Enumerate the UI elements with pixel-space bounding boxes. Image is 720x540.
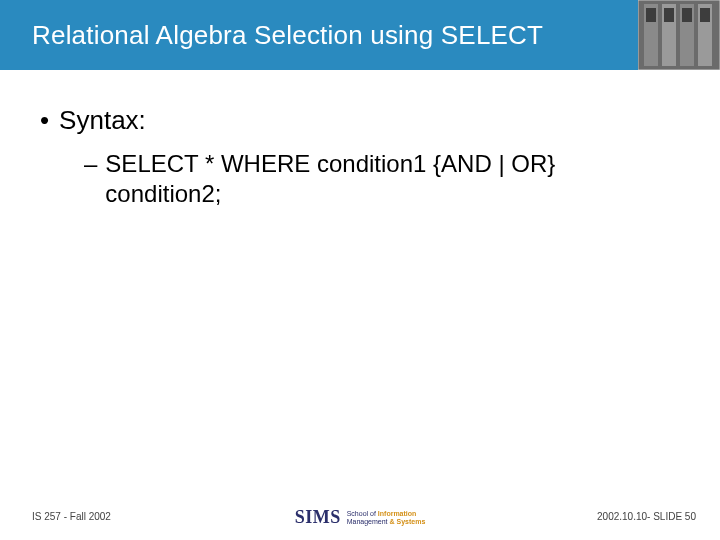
- footer-left: IS 257 - Fall 2002: [32, 511, 111, 522]
- svg-rect-6: [664, 8, 674, 22]
- bullet-level-1: • Syntax:: [40, 105, 680, 135]
- logo-line-1: School of Information: [347, 510, 426, 518]
- bullet-marker: –: [84, 149, 97, 179]
- logo-schoolof: School of: [347, 510, 378, 517]
- slide: Relational Algebra Selection using SELEC…: [0, 0, 720, 540]
- bullet-text: Syntax:: [59, 105, 146, 135]
- bullet-level-2: – SELECT * WHERE condition1 {AND | OR} c…: [84, 149, 680, 209]
- logo-management: Management: [347, 518, 390, 525]
- bullet-marker: •: [40, 105, 49, 135]
- svg-rect-8: [700, 8, 710, 22]
- slide-title: Relational Algebra Selection using SELEC…: [32, 20, 543, 51]
- svg-rect-7: [682, 8, 692, 22]
- logo-text-main: SIMS: [295, 507, 341, 528]
- logo-subtext: School of Information Management & Syste…: [347, 510, 426, 526]
- logo-systems: & Systems: [390, 518, 426, 525]
- logo-information: Information: [378, 510, 417, 517]
- content-area: • Syntax: – SELECT * WHERE condition1 {A…: [40, 105, 680, 209]
- logo-line-2: Management & Systems: [347, 518, 426, 526]
- footer-right: 2002.10.10- SLIDE 50: [597, 511, 696, 522]
- svg-rect-5: [646, 8, 656, 22]
- decor-image: [638, 0, 720, 70]
- bullet-text: SELECT * WHERE condition1 {AND | OR} con…: [105, 149, 665, 209]
- title-bar: Relational Algebra Selection using SELEC…: [0, 0, 720, 70]
- sims-logo: SIMS School of Information Management & …: [295, 507, 426, 528]
